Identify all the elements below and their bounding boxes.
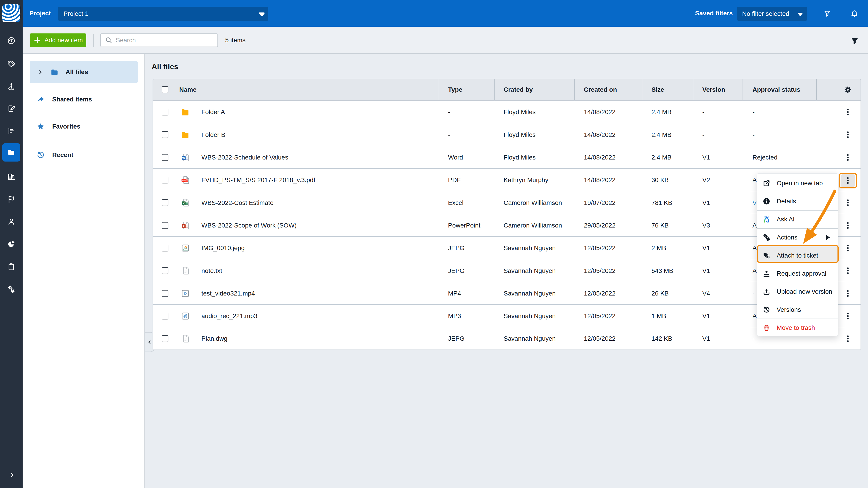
svg-text:P: P xyxy=(183,225,184,228)
svg-text:W: W xyxy=(182,157,185,160)
svg-text:PDF: PDF xyxy=(182,180,186,182)
svg-text:X: X xyxy=(183,202,185,205)
